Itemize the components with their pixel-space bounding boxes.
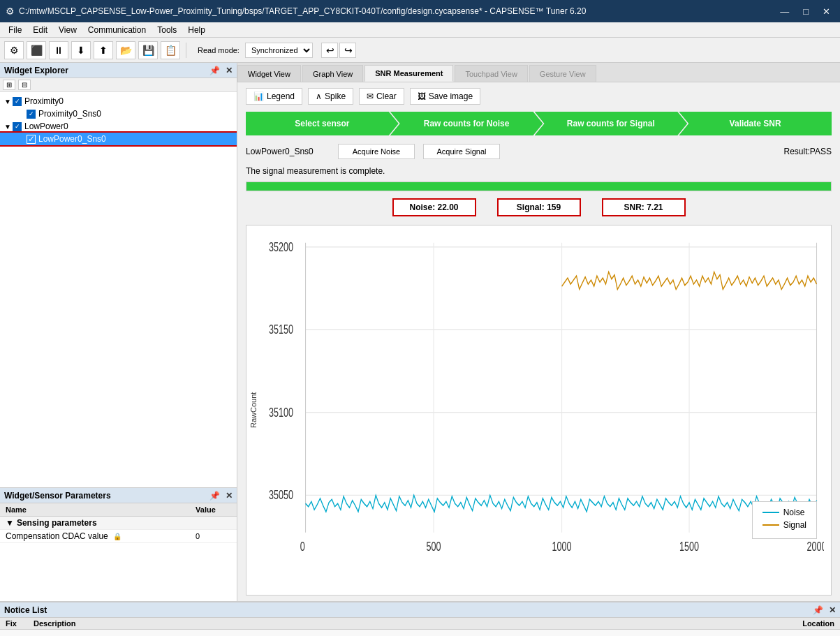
- spike-icon: ∧: [316, 91, 322, 101]
- menu-help[interactable]: Help: [182, 24, 211, 36]
- up-button[interactable]: ⬆: [94, 41, 113, 59]
- menu-view[interactable]: View: [53, 24, 82, 36]
- menu-file[interactable]: File: [3, 24, 27, 36]
- sensor-row: LowPower0_Sns0 Acquire Noise Acquire Sig…: [246, 144, 832, 159]
- settings-button[interactable]: ⚙: [4, 41, 24, 59]
- result-text: Result:PASS: [784, 147, 832, 156]
- tree-label-proximity0-sns0: Proximity0_Sns0: [38, 109, 101, 119]
- spike-label: Spike: [325, 91, 346, 101]
- save-image-icon: 🖼: [418, 91, 426, 101]
- chart-svg: 35200 35150 35100 35050: [267, 232, 824, 574]
- app-icon: ⚙: [6, 6, 15, 17]
- sensor-name-label: LowPower0_Sns0: [246, 147, 330, 156]
- legend-noise-line: [762, 512, 779, 513]
- sensor-params-title: Widget/Sensor Parameters: [4, 491, 111, 501]
- legend-button[interactable]: 📊 Legend: [246, 88, 302, 105]
- progress-bar: [246, 182, 832, 191]
- menu-tools[interactable]: Tools: [152, 24, 182, 36]
- tree-check-proximity0[interactable]: ✓: [13, 97, 22, 106]
- notice-close-button[interactable]: ✕: [829, 605, 836, 615]
- panel-header-right: 📌 ✕: [209, 66, 233, 75]
- pause-button[interactable]: ⏸: [49, 41, 68, 59]
- acquire-noise-button[interactable]: Acquire Noise: [338, 144, 415, 159]
- notice-list: Notice List 📌 ✕ Fix Description Location: [0, 601, 840, 636]
- svg-text:1000: 1000: [552, 540, 572, 554]
- tree-check-lowpower0[interactable]: ✓: [13, 122, 22, 131]
- legend-box: Noise Signal: [752, 501, 817, 539]
- widget-explorer-toolbar: ⊞ ⊟: [0, 78, 237, 92]
- title-bar-right[interactable]: — □ ✕: [776, 5, 834, 18]
- tree-item-proximity0-sns0[interactable]: ✓ Proximity0_Sns0: [0, 108, 237, 120]
- spike-button[interactable]: ∧ Spike: [308, 88, 353, 105]
- down-button[interactable]: ⬇: [71, 41, 91, 59]
- title-bar: ⚙ C:/mtw/MSCLP_CAPSENSE_Low-Power_Proxim…: [0, 0, 840, 22]
- tree-arrow-proximity0[interactable]: ▼: [4, 98, 11, 105]
- maximize-button[interactable]: □: [799, 5, 813, 18]
- sensor-params-panel: Name Value ▼Sensing parameters Compensat…: [0, 503, 237, 601]
- svg-text:35050: 35050: [269, 488, 293, 502]
- acquire-signal-button[interactable]: Acquire Signal: [423, 144, 500, 159]
- noise-line: [306, 495, 817, 512]
- tree-check-lowpower0-sns0[interactable]: ✓: [27, 135, 36, 144]
- undo-button[interactable]: ↩: [321, 43, 338, 58]
- pipeline-step-noise[interactable]: Raw counts for Noise: [390, 112, 543, 135]
- save-button[interactable]: 💾: [138, 41, 158, 59]
- pipeline-step-select[interactable]: Select sensor: [246, 112, 399, 135]
- tree-item-proximity0[interactable]: ▼ ✓ Proximity0: [0, 95, 237, 108]
- svg-text:35150: 35150: [269, 323, 293, 337]
- pipeline-step-validate[interactable]: Validate SNR: [679, 112, 832, 135]
- action-bar: 📊 Legend ∧ Spike ✉ Clear 🖼 Save image: [246, 88, 832, 105]
- tab-widget-view[interactable]: Widget View: [237, 65, 301, 82]
- tree-arrow-lowpower0[interactable]: ▼: [4, 123, 11, 131]
- cdac-value: 0: [190, 530, 237, 543]
- close-button[interactable]: ✕: [818, 5, 834, 18]
- svg-text:35200: 35200: [269, 240, 293, 254]
- minimize-button[interactable]: —: [776, 5, 793, 18]
- sensor-params-close[interactable]: ✕: [226, 491, 233, 501]
- tab-touchpad-view[interactable]: Touchpad View: [455, 65, 527, 82]
- save-image-button[interactable]: 🖼 Save image: [410, 88, 480, 105]
- tab-gesture-view[interactable]: Gesture View: [529, 65, 596, 82]
- read-mode-select[interactable]: Synchronized Manual: [245, 43, 313, 58]
- widget-explorer-title: Widget Explorer: [4, 66, 68, 75]
- menu-edit[interactable]: Edit: [27, 24, 53, 36]
- snr-metric: SNR: 7.21: [602, 198, 686, 216]
- notice-pin-button[interactable]: 📌: [813, 605, 823, 615]
- params-col-value: Value: [190, 503, 237, 517]
- tree-item-lowpower0[interactable]: ▼ ✓ LowPower0: [0, 120, 237, 133]
- tree-check-proximity0-sns0[interactable]: ✓: [27, 110, 36, 119]
- lock-icon: 🔒: [113, 533, 121, 540]
- sensing-params-section: ▼Sensing parameters: [0, 517, 237, 530]
- clear-button[interactable]: ✉ Clear: [359, 88, 404, 105]
- tree-item-lowpower0-sns0[interactable]: ✓ LowPower0_Sns0: [0, 133, 237, 145]
- stop-button[interactable]: ⬛: [27, 41, 46, 59]
- panel-close-button[interactable]: ✕: [226, 66, 233, 75]
- clear-label: Clear: [376, 91, 397, 101]
- open-button[interactable]: 📂: [116, 41, 135, 59]
- menu-communication[interactable]: Communication: [82, 24, 152, 36]
- sensor-params-pin[interactable]: 📌: [209, 491, 220, 501]
- tab-snr-measurement[interactable]: SNR Measurement: [364, 65, 453, 82]
- legend-signal: Signal: [762, 520, 806, 530]
- noise-metric: Noise: 22.00: [392, 198, 476, 216]
- widget-tree: ▼ ✓ Proximity0 ✓ Proximity0_Sns0 ▼ ✓ Low…: [0, 92, 237, 488]
- svg-text:35100: 35100: [269, 406, 293, 420]
- svg-text:1500: 1500: [679, 540, 699, 554]
- tab-graph-view[interactable]: Graph View: [302, 65, 363, 82]
- redo-button[interactable]: ↪: [339, 43, 356, 58]
- metrics-row: Noise: 22.00 Signal: 159 SNR: 7.21: [246, 198, 832, 216]
- list-button[interactable]: 📋: [161, 41, 180, 59]
- toolbar: ⚙ ⬛ ⏸ ⬇ ⬆ 📂 💾 📋 Read mode: Synchronized …: [0, 38, 840, 63]
- sensor-params-header-right: 📌 ✕: [209, 491, 233, 501]
- pipeline: Select sensor Raw counts for Noise Raw c…: [246, 112, 832, 135]
- panel-pin-button[interactable]: 📌: [209, 66, 220, 75]
- tree-label-proximity0: Proximity0: [24, 96, 64, 106]
- right-panel: Widget View Graph View SNR Measurement T…: [237, 63, 840, 601]
- left-panel: Widget Explorer 📌 ✕ ⊞ ⊟ ▼ ✓ Proximity0 ✓: [0, 63, 237, 601]
- params-col-name: Name: [0, 503, 190, 517]
- we-expand-all[interactable]: ⊞: [3, 80, 15, 90]
- legend-signal-label: Signal: [783, 520, 806, 530]
- notice-col-fix: Fix: [0, 618, 28, 630]
- we-collapse-all[interactable]: ⊟: [18, 80, 31, 90]
- pipeline-step-signal[interactable]: Raw counts for Signal: [535, 112, 688, 135]
